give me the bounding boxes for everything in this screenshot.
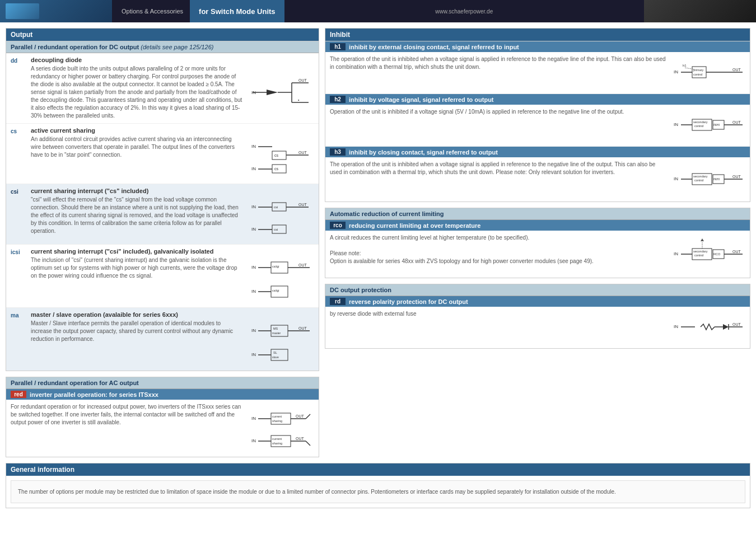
svg-text:primary: primary (693, 68, 704, 72)
item-icsi: icsi current sharing interrupt ("csi" in… (6, 245, 319, 308)
title-rd: reverse polarity protection for DC outpu… (349, 298, 468, 305)
code-ma: ma (11, 311, 26, 367)
h1-content: The operation of the unit is inhibited w… (325, 52, 750, 93)
svg-text:secondary: secondary (693, 250, 708, 253)
h3-content: The operation of the unit is inhibited w… (325, 157, 750, 202)
h2-subheader: h2 inhibit by voltage signal, signal ref… (325, 94, 750, 105)
code-icsi: icsi (11, 248, 26, 304)
title-cs: active current sharing (31, 127, 314, 134)
diagram-dd: IN OUT • (247, 65, 314, 120)
svg-text:sharing: sharing (272, 419, 282, 423)
text-ma: Master / Slave interface permits the par… (31, 320, 242, 367)
svg-text:RCO: RCO (713, 252, 721, 256)
diagram-h1: IN primary control OUT h1 (673, 55, 745, 90)
header-url: www.schaeferpower.de (284, 8, 644, 15)
svg-text:OUT: OUT (298, 203, 307, 207)
auto-current-header: Automatic reduction of current limiting (325, 208, 750, 220)
left-column: Output Parallel / redundant operation fo… (6, 28, 319, 457)
svg-text:IN: IN (674, 122, 678, 127)
svg-text:OUT: OUT (298, 326, 307, 330)
title-csi: current sharing interrupt ("cs" included… (31, 188, 314, 194)
h3-subheader: h3 inhibit by closing contact, signal re… (325, 147, 750, 157)
item-dd: dd decoupling diode A series diode built… (6, 53, 319, 124)
svg-text:slave: slave (272, 355, 279, 359)
svg-text:IN: IN (674, 69, 678, 74)
svg-marker-104 (701, 238, 704, 241)
svg-text:INHI: INHI (713, 177, 720, 181)
title-ma: master / slave operation (avalaible for … (31, 311, 314, 318)
h1-subheader: h1 inhibit by external closing contact, … (325, 41, 750, 52)
svg-text:OUT: OUT (298, 151, 307, 154)
nav-options[interactable]: Options & Accessories (115, 0, 190, 22)
text-h1: The operation of the unit is inhibited w… (330, 55, 668, 90)
title-rco: reducing current limiting at over temper… (349, 222, 480, 229)
svg-text:secondary: secondary (693, 120, 708, 124)
svg-text:secondary: secondary (693, 175, 708, 178)
svg-text:IN: IN (674, 324, 678, 329)
item-ma: ma master / slave operation (avalaible f… (6, 308, 319, 371)
svg-text:IN: IN (251, 352, 256, 357)
svg-line-58 (306, 414, 310, 419)
svg-text:OUT: OUT (298, 78, 307, 82)
svg-text:csi: csi (274, 228, 278, 231)
title-dd: decoupling diode (31, 57, 314, 63)
svg-text:csi/gi: csi/gi (272, 265, 279, 268)
inhibit-h1-row: h1 inhibit by external closing contact, … (325, 41, 750, 94)
content-dd: decoupling diode A series diode built in… (31, 57, 314, 120)
content-csi: current sharing interrupt ("cs" included… (31, 188, 314, 241)
svg-text:control: control (693, 73, 703, 76)
svg-text:IN: IN (251, 416, 256, 421)
svg-text:cs: cs (274, 153, 279, 157)
inhibit-section: Inhibit h1 inhibit by external closing c… (325, 28, 750, 202)
svg-text:SL: SL (273, 351, 277, 354)
svg-text:OUT: OUT (732, 250, 741, 254)
dc-protection-section: DC output protection rd reverse polarity… (325, 284, 750, 349)
rco-content: A circuit reduces the current limiting l… (325, 231, 750, 278)
text-dd: A series diode built into the units outp… (31, 65, 242, 120)
svg-text:IN: IN (251, 438, 256, 443)
diagram-cs: IN cs OUT IN cs (247, 135, 314, 180)
diagram-h3: IN secondary control INHI OUT (673, 161, 745, 198)
svg-text:IN: IN (674, 176, 678, 181)
rd-subheader: rd reverse polarity protection for DC ou… (325, 296, 750, 307)
svg-text:IN: IN (251, 227, 256, 232)
text-rco: A circuit reduces the current limiting l… (330, 234, 668, 274)
text-rd: by reverse diode with external fuse (330, 310, 668, 345)
svg-text:IN: IN (251, 144, 256, 149)
inhibit-h2-row: h2 inhibit by voltage signal, signal ref… (325, 94, 750, 147)
parallel-ac-header: Parallel / redundant operation for AC ou… (6, 377, 319, 389)
title-h1: inhibit by external closing contact, sig… (349, 44, 519, 50)
parallel-dc-header: Parallel / redundant operation for DC ou… (6, 41, 319, 53)
code-csi: csi (11, 188, 26, 241)
auto-current-section: Automatic reduction of current limiting … (325, 208, 750, 278)
svg-text:control: control (694, 179, 704, 182)
code-h1: h1 (330, 43, 346, 50)
content-icsi: current sharing interrupt ("csi" include… (31, 248, 314, 304)
right-column: Inhibit h1 inhibit by external closing c… (325, 28, 750, 457)
svg-text:OUT: OUT (732, 68, 741, 72)
diagram-h2: IN secondary control INHI OUT (673, 108, 745, 143)
svg-text:control: control (694, 254, 704, 257)
text-csi: "csi" will effect the removal of the "cs… (31, 196, 242, 241)
main-content: Output Parallel / redundant operation fo… (0, 22, 756, 463)
header: Options & Accessories for Switch Mode Un… (0, 0, 756, 22)
diagram-ma: IN MS master OUT IN (247, 320, 314, 367)
svg-text:IN: IN (251, 265, 256, 270)
item-csi: csi current sharing interrupt ("cs" incl… (6, 184, 319, 245)
title-h3: inhibit by closing contact, signal refer… (349, 149, 498, 156)
inhibit-title: Inhibit (325, 29, 750, 41)
svg-text:h1: h1 (683, 64, 687, 67)
svg-text:OUT: OUT (298, 263, 307, 267)
h2-content: Operation of the unit is inhibited if a … (325, 105, 750, 146)
dc-protection-header: DC output protection (325, 284, 750, 296)
logo-area (0, 0, 112, 22)
svg-text:INHI: INHI (713, 123, 720, 127)
code-cs: cs (11, 127, 26, 180)
text-cs: An additional control circuit provides a… (31, 135, 242, 180)
code-h3: h3 (330, 148, 346, 156)
svg-text:IN: IN (251, 289, 256, 294)
svg-text:sharing: sharing (272, 442, 282, 445)
svg-text:cs: cs (274, 167, 279, 171)
svg-text:control: control (694, 124, 704, 128)
text-h3: The operation of the unit is inhibited w… (330, 161, 668, 198)
